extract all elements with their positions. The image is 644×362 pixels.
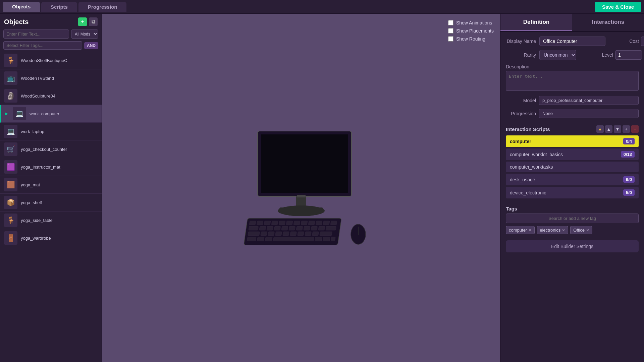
level-input[interactable]	[615, 50, 642, 60]
save-close-button[interactable]: Save & Close	[595, 2, 641, 12]
panel-tabs: Definition Interactions	[500, 14, 644, 32]
tags-filter-input[interactable]	[3, 41, 82, 50]
script-row[interactable]: computer_worktasks	[506, 162, 639, 172]
and-badge: AND	[84, 42, 98, 49]
tag-close-button[interactable]: ✕	[586, 228, 589, 233]
svg-rect-45	[323, 237, 330, 241]
tag-close-button[interactable]: ✕	[562, 228, 565, 233]
sidebar-icons: + ⧉	[78, 17, 98, 26]
level-label: Level	[583, 52, 613, 58]
add-script-button[interactable]: +	[623, 125, 630, 133]
svg-rect-7	[249, 221, 256, 225]
list-item[interactable]: ▶ 💻 work_computer	[0, 105, 102, 123]
svg-rect-29	[325, 226, 336, 230]
star-tool-button[interactable]: ★	[596, 125, 604, 133]
svg-rect-38	[312, 232, 319, 236]
scripts-list: computer 0/4 computer_worklot_basics 0/1…	[506, 135, 639, 198]
script-name: computer_worklot_basics	[510, 152, 563, 157]
rarity-select[interactable]: Uncommon	[539, 50, 576, 60]
tags-search-input[interactable]	[506, 214, 639, 223]
list-item[interactable]: 🟪 yoga_instructor_mat	[0, 158, 102, 176]
add-object-button[interactable]: +	[78, 17, 87, 26]
svg-rect-41	[257, 237, 264, 241]
script-row[interactable]: computer 0/4	[506, 135, 639, 147]
progression-value: None	[539, 109, 639, 118]
svg-rect-10	[271, 221, 278, 225]
svg-rect-21	[266, 226, 273, 230]
list-item[interactable]: 📺 WoodenTVStand	[0, 69, 102, 87]
tab-objects[interactable]: Objects	[3, 2, 40, 12]
show-placements-checkbox[interactable]: Show Placements	[448, 28, 494, 34]
svg-rect-26	[303, 226, 310, 230]
list-item[interactable]: 🟫 yoga_mat	[0, 176, 102, 194]
list-item[interactable]: 📦 yoga_shelf	[0, 194, 102, 212]
list-item-name: WoodSculpture04	[21, 94, 55, 99]
svg-rect-39	[319, 232, 332, 236]
list-item[interactable]: 🗿 WoodSculpture04	[0, 87, 102, 105]
list-item-name: work_computer	[30, 111, 59, 116]
script-name: desk_usage	[510, 177, 535, 182]
filter-row: All Mods	[0, 28, 102, 40]
script-badge: 6/0	[623, 176, 635, 183]
down-tool-button[interactable]: ▼	[614, 125, 621, 133]
svg-rect-8	[257, 221, 263, 225]
remove-script-button[interactable]: −	[631, 125, 639, 133]
description-textarea[interactable]	[506, 71, 639, 91]
copy-object-button[interactable]: ⧉	[89, 17, 98, 26]
list-item-icon: 🚪	[4, 231, 17, 245]
cost-level-group: Cost	[609, 37, 644, 46]
script-row[interactable]: desk_usage 6/0	[506, 174, 639, 185]
display-name-input[interactable]	[539, 37, 605, 46]
svg-rect-25	[296, 226, 303, 230]
list-item-name: WoodenShelfBoutiqueC	[21, 58, 67, 63]
cost-input[interactable]	[641, 37, 644, 46]
svg-rect-13	[293, 221, 300, 225]
list-item-icon: 💻	[4, 125, 17, 138]
show-animations-checkbox[interactable]: Show Animations	[448, 20, 494, 25]
tab-progression[interactable]: Progression	[78, 2, 127, 12]
up-tool-button[interactable]: ▲	[605, 125, 612, 133]
tab-definition[interactable]: Definition	[500, 14, 572, 31]
svg-rect-17	[323, 221, 330, 225]
sidebar: Objects + ⧉ All Mods AND 🪑 WoodenShelfBo…	[0, 14, 102, 362]
tab-scripts[interactable]: Scripts	[41, 2, 77, 12]
list-item[interactable]: 💻 work_laptop	[0, 123, 102, 140]
svg-rect-11	[279, 221, 285, 225]
list-item-icon: 🛒	[4, 142, 17, 156]
svg-rect-40	[247, 237, 256, 241]
edit-builder-button[interactable]: Edit Builder Settings	[506, 240, 639, 252]
list-item[interactable]: 🚪 yoga_wardrobe	[0, 229, 102, 247]
tag-name: electronics	[540, 228, 560, 233]
definition-panel: Display Name Cost Rarity Uncommon Level	[500, 32, 644, 123]
sidebar-title: Objects	[4, 18, 29, 26]
tag-close-button[interactable]: ✕	[528, 228, 532, 233]
script-badge: 0/4	[623, 138, 635, 144]
list-item[interactable]: 🪑 WoodenShelfBoutiqueC	[0, 52, 102, 69]
svg-rect-33	[275, 232, 282, 236]
list-item-name: yoga_side_table	[21, 218, 53, 223]
cost-label: Cost	[609, 39, 639, 44]
svg-rect-34	[282, 232, 289, 236]
svg-rect-27	[311, 226, 317, 230]
mods-select[interactable]: All Mods	[71, 29, 98, 39]
list-item[interactable]: 🛒 yoga_checkout_counter	[0, 140, 102, 158]
svg-rect-18	[330, 221, 337, 225]
show-routing-checkbox[interactable]: Show Routing	[448, 36, 494, 42]
script-row[interactable]: computer_worklot_basics 0/13	[506, 148, 639, 160]
script-name: device_electronic	[510, 190, 546, 195]
description-label: Description	[506, 64, 639, 69]
show-routing-input[interactable]	[448, 36, 453, 42]
main-layout: Objects + ⧉ All Mods AND 🪑 WoodenShelfBo…	[0, 14, 644, 362]
tags-list: computer ✕ electronics ✕ Office ✕	[506, 226, 639, 234]
filter-input[interactable]	[3, 29, 69, 39]
list-item[interactable]: 🪑 yoga_side_table	[0, 212, 102, 229]
show-animations-input[interactable]	[448, 20, 453, 25]
show-placements-input[interactable]	[448, 28, 453, 34]
script-row[interactable]: device_electronic 5/0	[506, 187, 639, 198]
level-item: Level	[583, 50, 642, 60]
tab-interactions[interactable]: Interactions	[572, 14, 644, 31]
svg-rect-31	[260, 232, 267, 236]
list-item-icon: 💻	[13, 107, 26, 120]
svg-rect-4	[279, 207, 323, 213]
rarity-level-row: Rarity Uncommon Level	[506, 50, 639, 60]
